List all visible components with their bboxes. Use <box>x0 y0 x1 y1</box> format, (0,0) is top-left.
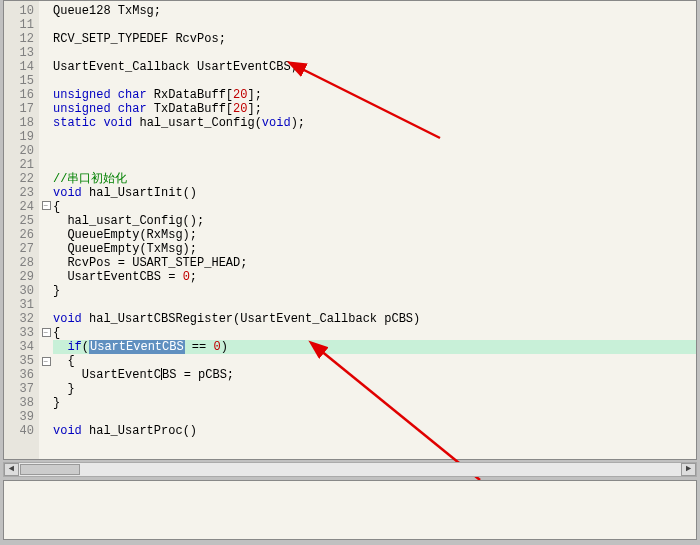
fold-slot <box>39 158 53 172</box>
code-line[interactable]: unsigned char TxDataBuff[20]; <box>53 102 696 116</box>
code-line[interactable]: UsartEventCBS = 0; <box>53 270 696 284</box>
fold-slot <box>39 46 53 60</box>
line-number: 38 <box>4 396 34 410</box>
line-number: 14 <box>4 60 34 74</box>
line-number: 26 <box>4 228 34 242</box>
scroll-left-button[interactable]: ◄ <box>4 463 19 476</box>
fold-column[interactable]: −−− <box>39 1 53 459</box>
horizontal-scrollbar[interactable]: ◄ ► <box>3 462 697 477</box>
line-number: 33 <box>4 326 34 340</box>
fold-toggle-icon[interactable]: − <box>42 357 51 366</box>
code-line[interactable] <box>53 410 696 424</box>
fold-slot <box>39 88 53 102</box>
code-line[interactable]: RCV_SETP_TYPEDEF RcvPos; <box>53 32 696 46</box>
code-line[interactable]: { <box>53 200 696 214</box>
code-line[interactable]: UsartEventCBS = pCBS; <box>53 368 696 382</box>
line-number: 40 <box>4 424 34 438</box>
fold-slot <box>39 116 53 130</box>
fold-toggle-icon[interactable]: − <box>42 201 51 210</box>
fold-slot <box>39 285 53 299</box>
line-number: 31 <box>4 298 34 312</box>
code-line[interactable]: void hal_UsartProc() <box>53 424 696 438</box>
code-line[interactable]: QueueEmpty(TxMsg); <box>53 242 696 256</box>
code-line[interactable]: } <box>53 396 696 410</box>
code-line[interactable]: Queue128 TxMsg; <box>53 4 696 18</box>
code-line[interactable]: void hal_UsartCBSRegister(UsartEvent_Cal… <box>53 312 696 326</box>
fold-slot: − <box>39 201 53 215</box>
fold-slot <box>39 271 53 285</box>
fold-slot <box>39 18 53 32</box>
line-number: 15 <box>4 74 34 88</box>
fold-slot: − <box>39 328 53 342</box>
line-number: 21 <box>4 158 34 172</box>
line-number: 19 <box>4 130 34 144</box>
line-number: 35 <box>4 354 34 368</box>
selection: UsartEventCBS <box>89 340 185 354</box>
code-line[interactable]: RcvPos = USART_STEP_HEAD; <box>53 256 696 270</box>
code-line[interactable]: unsigned char RxDataBuff[20]; <box>53 88 696 102</box>
fold-slot <box>39 385 53 399</box>
line-number: 30 <box>4 284 34 298</box>
fold-slot <box>39 4 53 18</box>
code-line[interactable]: //串口初始化 <box>53 172 696 186</box>
code-line[interactable]: } <box>53 284 696 298</box>
fold-slot <box>39 413 53 427</box>
code-editor[interactable]: 1011121314151617181920212223242526272829… <box>3 0 697 460</box>
code-line[interactable] <box>53 130 696 144</box>
line-number: 25 <box>4 214 34 228</box>
line-number: 34 <box>4 340 34 354</box>
fold-slot <box>39 74 53 88</box>
line-number: 20 <box>4 144 34 158</box>
line-number-gutter: 1011121314151617181920212223242526272829… <box>4 1 39 459</box>
fold-slot <box>39 186 53 200</box>
output-panel[interactable] <box>3 480 697 540</box>
line-number: 28 <box>4 256 34 270</box>
line-number: 18 <box>4 116 34 130</box>
line-number: 17 <box>4 102 34 116</box>
code-line[interactable] <box>53 298 696 312</box>
scroll-right-button[interactable]: ► <box>681 463 696 476</box>
line-number: 32 <box>4 312 34 326</box>
code-line[interactable]: QueueEmpty(RxMsg); <box>53 228 696 242</box>
fold-toggle-icon[interactable]: − <box>42 328 51 337</box>
code-line[interactable]: { <box>53 354 696 368</box>
code-line[interactable] <box>53 158 696 172</box>
code-line[interactable] <box>53 18 696 32</box>
scroll-thumb[interactable] <box>20 464 80 475</box>
fold-slot <box>39 243 53 257</box>
fold-slot <box>39 427 53 441</box>
code-line[interactable] <box>53 46 696 60</box>
fold-slot <box>39 32 53 46</box>
code-area[interactable]: Queue128 TxMsg;RCV_SETP_TYPEDEF RcvPos;U… <box>53 1 696 459</box>
fold-slot <box>39 229 53 243</box>
line-number: 24 <box>4 200 34 214</box>
code-line[interactable]: { <box>53 326 696 340</box>
fold-slot <box>39 130 53 144</box>
fold-slot <box>39 60 53 74</box>
fold-slot <box>39 172 53 186</box>
fold-slot <box>39 313 53 327</box>
fold-slot: − <box>39 357 53 371</box>
fold-slot <box>39 144 53 158</box>
fold-slot <box>39 102 53 116</box>
line-number: 13 <box>4 46 34 60</box>
code-line[interactable]: void hal_UsartInit() <box>53 186 696 200</box>
code-line[interactable]: static void hal_usart_Config(void); <box>53 116 696 130</box>
code-line[interactable] <box>53 74 696 88</box>
line-number: 29 <box>4 270 34 284</box>
code-line[interactable]: } <box>53 382 696 396</box>
fold-slot <box>39 215 53 229</box>
line-number: 36 <box>4 368 34 382</box>
line-number: 22 <box>4 172 34 186</box>
line-number: 27 <box>4 242 34 256</box>
line-number: 16 <box>4 88 34 102</box>
line-number: 23 <box>4 186 34 200</box>
fold-slot <box>39 399 53 413</box>
code-line[interactable]: UsartEvent_Callback UsartEventCBS; <box>53 60 696 74</box>
code-line[interactable] <box>53 144 696 158</box>
line-number: 39 <box>4 410 34 424</box>
line-number: 10 <box>4 4 34 18</box>
code-line[interactable]: if(UsartEventCBS == 0) <box>53 340 696 354</box>
code-line[interactable]: hal_usart_Config(); <box>53 214 696 228</box>
fold-slot <box>39 371 53 385</box>
